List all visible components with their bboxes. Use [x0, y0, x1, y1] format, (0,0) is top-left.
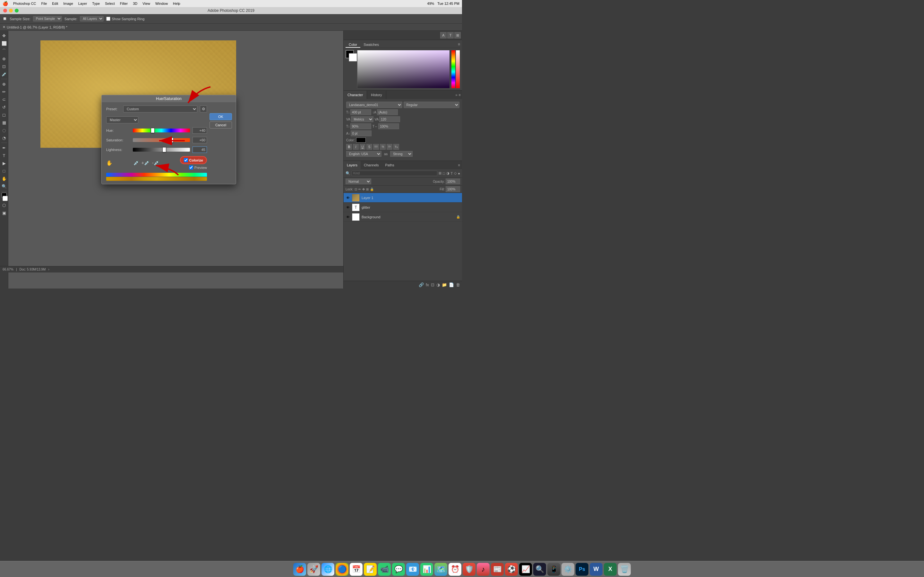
- menu-help[interactable]: Help: [173, 2, 180, 5]
- type-icon[interactable]: T: [447, 32, 454, 39]
- apple-menu[interactable]: 🍎: [3, 1, 8, 6]
- quick-mask-tool[interactable]: ⬡: [1, 201, 8, 209]
- fx-icon[interactable]: fx: [426, 282, 429, 287]
- hue-slider-track[interactable]: [133, 129, 190, 132]
- colorize-btn[interactable]: Colorize: [180, 156, 207, 164]
- shape-tool[interactable]: □: [1, 167, 8, 174]
- show-sampling-checkbox[interactable]: [106, 17, 110, 21]
- eyedropper-icon[interactable]: 💉: [134, 160, 139, 165]
- layer1-visibility-icon[interactable]: 👁: [346, 195, 350, 200]
- next-arrow[interactable]: ›: [48, 268, 49, 271]
- glitter-visibility-icon[interactable]: 👁: [346, 205, 350, 210]
- menu-select[interactable]: Select: [105, 2, 115, 5]
- eyedropper-plus-icon[interactable]: +💉: [142, 160, 150, 165]
- layer-item-layer1[interactable]: 👁 Layer 1: [344, 193, 462, 203]
- dodge-tool[interactable]: ◔: [1, 134, 8, 141]
- preset-gear-icon[interactable]: ⚙: [200, 105, 207, 113]
- doc-close-icon[interactable]: ✕: [3, 25, 5, 29]
- menu-filter[interactable]: Filter: [120, 2, 128, 5]
- menu-file[interactable]: File: [41, 2, 47, 5]
- colorize-checkbox[interactable]: [184, 158, 188, 162]
- baseline-input[interactable]: [351, 131, 372, 136]
- panel-menu-btn[interactable]: ≡: [459, 93, 461, 97]
- lasso-tool[interactable]: ⌒: [1, 47, 8, 55]
- quick-select-tool[interactable]: ⊕: [1, 55, 8, 62]
- hue-slider-thumb[interactable]: [151, 128, 155, 133]
- cancel-button[interactable]: Cancel: [210, 121, 232, 129]
- sub-button[interactable]: T₁: [393, 144, 399, 150]
- lightness-slider-track[interactable]: [133, 148, 190, 152]
- adjustments-icon[interactable]: A: [440, 32, 447, 39]
- layer-item-glitter[interactable]: 👁 T glitter: [344, 203, 462, 212]
- layer-item-background[interactable]: 👁 Background 🔒: [344, 212, 462, 222]
- menu-window[interactable]: Window: [155, 2, 168, 5]
- screen-mode-tool[interactable]: ▣: [1, 210, 8, 216]
- filter-toggle[interactable]: ●: [458, 171, 460, 175]
- channels-tab[interactable]: Channels: [360, 161, 382, 169]
- history-tab[interactable]: History: [367, 91, 386, 99]
- crop-tool[interactable]: ⊡: [1, 63, 8, 70]
- swatches-tab[interactable]: Swatches: [360, 42, 382, 48]
- italic-button[interactable]: I: [353, 144, 359, 150]
- lightness-value-input[interactable]: [192, 147, 207, 153]
- aa-select[interactable]: Strong: [390, 151, 413, 157]
- text-tool[interactable]: T: [1, 152, 8, 159]
- underline-button[interactable]: U: [360, 144, 365, 150]
- color-gradient-area[interactable]: [357, 50, 460, 89]
- saturation-value-input[interactable]: [192, 137, 207, 143]
- menu-view[interactable]: View: [142, 2, 150, 5]
- sample-value-select[interactable]: All Layers: [80, 16, 103, 21]
- color-tab[interactable]: Color: [346, 42, 360, 48]
- eraser-tool[interactable]: ◻: [1, 111, 8, 118]
- panel-menu-icon[interactable]: ≡: [458, 42, 460, 48]
- saturation-slider-track[interactable]: [133, 138, 190, 142]
- font-style-select[interactable]: Regular: [404, 102, 460, 108]
- history-brush[interactable]: ↺: [1, 103, 8, 111]
- ok-button[interactable]: OK: [210, 113, 232, 120]
- brush-tool[interactable]: ✏: [1, 88, 8, 95]
- super-button[interactable]: T¹: [387, 144, 393, 150]
- lock-all-icon[interactable]: 🔒: [370, 187, 374, 191]
- add-layer-icon[interactable]: 📄: [449, 282, 454, 287]
- menu-layer[interactable]: Layer: [78, 2, 87, 5]
- fill-input[interactable]: [446, 186, 460, 192]
- eyedropper-minus-icon[interactable]: -💉: [152, 160, 159, 165]
- line-height-input[interactable]: [377, 109, 398, 115]
- pen-tool[interactable]: ✒: [1, 144, 8, 151]
- kerning-input[interactable]: [379, 116, 400, 122]
- foreground-swatch[interactable]: [346, 50, 354, 58]
- clone-tool[interactable]: ⊂: [1, 96, 8, 103]
- background-visibility-icon[interactable]: 👁: [346, 215, 350, 219]
- tool-option-icon[interactable]: ⊞: [454, 32, 461, 39]
- delete-layer-icon[interactable]: 🗑: [456, 282, 460, 287]
- preset-select[interactable]: Custom: [123, 105, 197, 113]
- menu-3d[interactable]: 3D: [133, 2, 137, 5]
- channel-select[interactable]: Master: [106, 116, 138, 123]
- lock-image-icon[interactable]: ✏: [359, 187, 361, 191]
- caps-button[interactable]: TT: [373, 144, 379, 150]
- expand-icon[interactable]: »: [455, 93, 457, 97]
- tracking-select[interactable]: Metrics: [351, 116, 373, 122]
- hand-tool-icon[interactable]: ✋: [106, 160, 113, 166]
- layers-search-input[interactable]: [352, 171, 437, 176]
- h-scale-input[interactable]: [378, 123, 399, 129]
- paths-tab[interactable]: Paths: [382, 161, 397, 169]
- blend-mode-select[interactable]: Normal: [346, 179, 371, 184]
- strikethrough-button[interactable]: S: [367, 144, 372, 150]
- add-group-icon[interactable]: 📁: [442, 282, 447, 287]
- menu-image[interactable]: Image: [63, 2, 73, 5]
- font-family-select[interactable]: Landasans_demo01: [346, 102, 402, 108]
- layers-tab[interactable]: Layers: [344, 161, 360, 169]
- link-layers-icon[interactable]: 🔗: [419, 282, 424, 287]
- heal-tool[interactable]: ⊕: [1, 81, 8, 87]
- eyedropper-tool[interactable]: 💉: [1, 71, 8, 77]
- saturation-slider-thumb[interactable]: [170, 137, 174, 143]
- close-button[interactable]: [3, 9, 7, 13]
- background-swatch[interactable]: [349, 53, 357, 61]
- bold-button[interactable]: B: [346, 144, 352, 150]
- opacity-input[interactable]: [446, 179, 460, 184]
- hand-tool[interactable]: ✋: [1, 175, 8, 182]
- hue-value-input[interactable]: [192, 127, 207, 134]
- preview-checkbox[interactable]: [189, 165, 193, 169]
- lock-position-icon[interactable]: ✥: [362, 187, 365, 191]
